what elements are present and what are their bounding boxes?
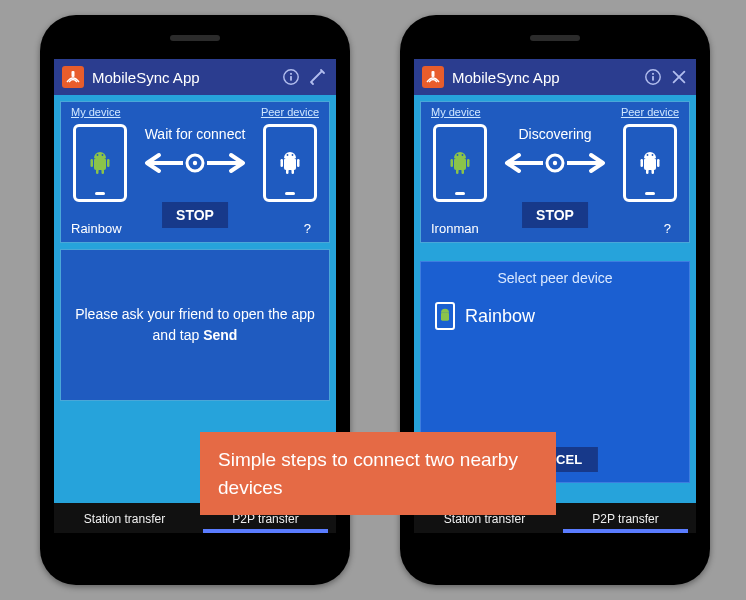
app-title: MobileSync App xyxy=(452,69,636,86)
my-device-icon xyxy=(73,124,127,202)
svg-rect-5 xyxy=(91,159,94,167)
svg-rect-20 xyxy=(432,71,435,77)
peer-device-icon xyxy=(263,124,317,202)
stop-button[interactable]: STOP xyxy=(522,202,588,228)
svg-rect-31 xyxy=(644,158,656,170)
message-panel: Please ask your friend to open the app a… xyxy=(60,249,330,401)
settings-icon[interactable] xyxy=(308,67,328,87)
svg-rect-34 xyxy=(646,169,649,174)
svg-rect-27 xyxy=(456,169,459,174)
svg-rect-3 xyxy=(290,73,292,75)
svg-point-9 xyxy=(97,154,99,156)
my-device-label[interactable]: My device xyxy=(431,106,481,118)
svg-rect-23 xyxy=(652,73,654,75)
title-bar: MobileSync App xyxy=(414,59,696,95)
connection-panel: My device Peer device Discovering STOP I… xyxy=(420,101,690,243)
instruction-text: Please ask your friend to open the app a… xyxy=(73,304,317,346)
svg-point-37 xyxy=(652,154,654,156)
my-device-icon xyxy=(433,124,487,202)
tools-icon[interactable] xyxy=(670,68,688,86)
svg-rect-24 xyxy=(454,158,466,170)
phone-icon xyxy=(435,302,455,330)
dialog-title: Select peer device xyxy=(421,262,689,294)
phone-speaker xyxy=(530,35,580,41)
svg-rect-32 xyxy=(641,159,644,167)
phone-speaker xyxy=(170,35,220,41)
title-bar: MobileSync App xyxy=(54,59,336,95)
svg-rect-13 xyxy=(297,159,300,167)
svg-point-10 xyxy=(102,154,104,156)
app-title: MobileSync App xyxy=(92,69,274,86)
info-icon[interactable] xyxy=(282,68,300,86)
my-device-label[interactable]: My device xyxy=(71,106,121,118)
app-logo-icon xyxy=(62,66,84,88)
stop-button[interactable]: STOP xyxy=(162,202,228,228)
svg-point-30 xyxy=(462,154,464,156)
svg-rect-15 xyxy=(292,169,295,174)
connection-panel: My device Peer device Wait for connect S… xyxy=(60,101,330,243)
peer-device-label[interactable]: Peer device xyxy=(261,106,319,118)
connection-status: Discovering xyxy=(518,126,591,142)
arrows-icon xyxy=(493,148,617,178)
svg-rect-0 xyxy=(72,71,75,77)
svg-rect-2 xyxy=(290,76,292,81)
svg-rect-40 xyxy=(441,313,449,321)
svg-rect-35 xyxy=(652,169,655,174)
svg-rect-4 xyxy=(94,158,106,170)
peer-device-label[interactable]: Peer device xyxy=(621,106,679,118)
svg-rect-33 xyxy=(657,159,660,167)
svg-rect-26 xyxy=(467,159,470,167)
svg-point-29 xyxy=(457,154,459,156)
peer-device-name: ? xyxy=(664,221,671,236)
tab-p2p-transfer[interactable]: P2P transfer xyxy=(555,503,696,533)
caption-overlay: Simple steps to connect two nearby devic… xyxy=(200,432,556,515)
svg-rect-14 xyxy=(286,169,289,174)
peer-list-item[interactable]: Rainbow xyxy=(421,294,689,338)
connection-status: Wait for connect xyxy=(145,126,246,142)
my-device-name: Rainbow xyxy=(71,221,122,236)
svg-point-39 xyxy=(553,161,557,165)
svg-rect-28 xyxy=(462,169,465,174)
arrows-icon xyxy=(133,148,257,178)
svg-rect-6 xyxy=(107,159,110,167)
svg-point-36 xyxy=(647,154,649,156)
svg-rect-25 xyxy=(451,159,454,167)
my-device-name: Ironman xyxy=(431,221,479,236)
svg-point-17 xyxy=(292,154,294,156)
svg-point-19 xyxy=(193,161,197,165)
svg-rect-12 xyxy=(281,159,284,167)
svg-rect-8 xyxy=(102,169,105,174)
svg-point-16 xyxy=(287,154,289,156)
tab-station-transfer[interactable]: Station transfer xyxy=(54,503,195,533)
info-icon[interactable] xyxy=(644,68,662,86)
peer-item-name: Rainbow xyxy=(465,306,535,327)
peer-device-icon xyxy=(623,124,677,202)
app-logo-icon xyxy=(422,66,444,88)
svg-rect-22 xyxy=(652,76,654,81)
peer-device-name: ? xyxy=(304,221,311,236)
svg-rect-11 xyxy=(284,158,296,170)
svg-rect-7 xyxy=(96,169,99,174)
